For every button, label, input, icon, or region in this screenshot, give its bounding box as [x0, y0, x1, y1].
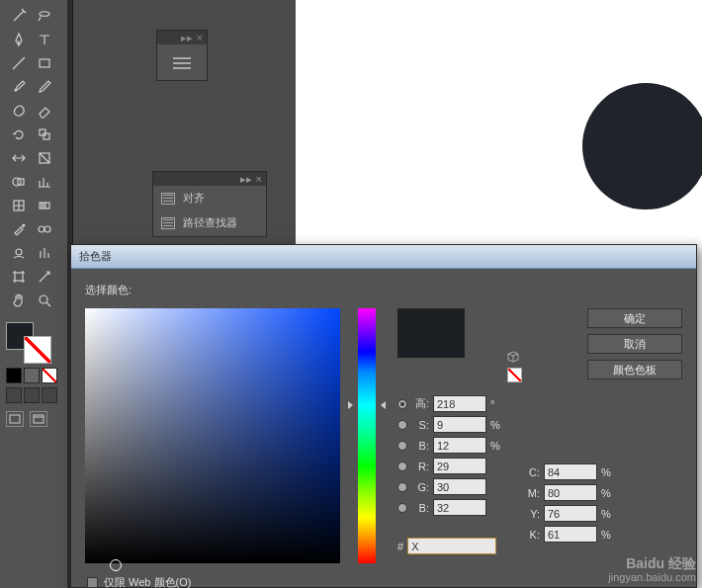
cube-icon[interactable]	[507, 351, 519, 363]
tool-pen[interactable]	[6, 28, 32, 51]
input-y[interactable]	[544, 505, 597, 522]
panel-label: 对齐	[183, 191, 205, 206]
color-picker-dialog: 拾色器 选择颜色: 确定 取消 颜色色板 高:° S:% B:% R: G: B…	[70, 244, 697, 588]
close-icon[interactable]: ×	[197, 32, 203, 43]
label-s: S:	[411, 419, 429, 431]
tool-scale[interactable]	[32, 123, 57, 146]
input-bv[interactable]	[433, 437, 486, 454]
pathfinder-icon	[161, 217, 175, 229]
tool-width[interactable]	[6, 146, 32, 170]
tool-rotate[interactable]	[6, 123, 32, 146]
color-solid[interactable]	[6, 368, 22, 383]
screen-mode-2[interactable]	[30, 411, 47, 427]
radio-r[interactable]	[397, 462, 407, 471]
panel-item-pathfinder[interactable]: 路径查找器	[153, 210, 266, 235]
tool-shape[interactable]	[6, 170, 32, 194]
stroke-swatch[interactable]	[24, 336, 51, 364]
ok-button[interactable]: 确定	[587, 308, 682, 328]
radio-g[interactable]	[397, 482, 407, 492]
tool-artboard[interactable]	[6, 265, 32, 289]
tool-mesh[interactable]	[6, 194, 32, 217]
svg-rect-2	[44, 133, 49, 139]
tool-pencil[interactable]	[32, 75, 57, 99]
draw-normal[interactable]	[6, 387, 22, 403]
saturation-value-field[interactable]	[85, 308, 340, 563]
tool-wand[interactable]	[6, 4, 32, 28]
draw-behind[interactable]	[24, 387, 40, 403]
color-mode-row	[6, 368, 61, 383]
swatches-button[interactable]: 颜色色板	[587, 360, 682, 379]
tool-blend[interactable]	[32, 217, 57, 241]
hsb-rgb-inputs: 高:° S:% B:% R: G: B:	[397, 395, 500, 520]
unit-h: °	[490, 398, 500, 410]
screen-mode[interactable]	[6, 411, 24, 427]
fill-stroke-swatch[interactable]	[6, 322, 59, 362]
cancel-button[interactable]: 取消	[587, 334, 682, 354]
input-m[interactable]	[544, 484, 597, 501]
svg-point-9	[44, 226, 50, 232]
tool-graph[interactable]	[32, 170, 57, 194]
dialog-titlebar[interactable]: 拾色器	[71, 245, 696, 269]
web-only-checkbox[interactable]	[87, 577, 98, 588]
tool-free[interactable]	[32, 146, 57, 170]
tool-line[interactable]	[6, 51, 32, 75]
color-gradient[interactable]	[24, 368, 40, 383]
tool-blob[interactable]	[6, 99, 32, 123]
tool-zoom[interactable]	[32, 289, 57, 312]
color-none[interactable]	[42, 368, 57, 383]
ellipse-shape[interactable]	[582, 83, 702, 210]
svg-rect-14	[34, 415, 44, 423]
unit-bv: %	[490, 440, 500, 452]
tool-gradient[interactable]	[32, 194, 57, 217]
label-bb: B:	[411, 502, 429, 514]
tool-hand[interactable]	[6, 289, 32, 312]
collapsed-panel[interactable]: ▸▸×	[156, 30, 208, 81]
align-panel: ▸▸× 对齐 路径查找器	[152, 171, 267, 237]
radio-s[interactable]	[397, 420, 407, 430]
tool-column[interactable]	[32, 241, 57, 265]
label-k: K:	[522, 529, 540, 541]
unit-y: %	[601, 508, 611, 520]
menu-icon[interactable]	[157, 44, 207, 82]
color-preview	[397, 308, 465, 358]
label-y: Y:	[522, 508, 540, 520]
input-g[interactable]	[433, 478, 486, 495]
hue-cursor[interactable]	[348, 401, 386, 409]
draw-inside[interactable]	[42, 387, 57, 403]
input-k[interactable]	[544, 526, 597, 543]
panel-header-2[interactable]: ▸▸×	[153, 172, 266, 186]
hue-slider[interactable]	[358, 308, 376, 563]
label-r: R:	[411, 461, 429, 472]
draw-mode-row	[6, 387, 61, 403]
select-color-label: 选择颜色:	[85, 283, 682, 297]
input-r[interactable]	[433, 458, 486, 474]
unit-m: %	[601, 487, 611, 499]
close-icon[interactable]: ×	[256, 173, 262, 185]
tool-lasso[interactable]	[32, 4, 57, 28]
sv-cursor[interactable]	[110, 559, 122, 571]
input-c[interactable]	[544, 463, 597, 480]
input-s[interactable]	[433, 416, 486, 433]
input-h[interactable]	[433, 395, 486, 412]
panel-item-align[interactable]: 对齐	[153, 186, 266, 210]
tool-slice[interactable]	[32, 265, 57, 289]
svg-point-12	[40, 295, 47, 303]
panel-header[interactable]: ▸▸×	[157, 31, 207, 44]
web-only-row[interactable]: 仅限 Web 颜色(O)	[87, 575, 191, 588]
radio-bb[interactable]	[397, 503, 407, 513]
out-of-gamut-swatch[interactable]	[507, 368, 522, 382]
svg-point-8	[39, 226, 44, 232]
collapse-icon[interactable]: ▸▸	[181, 32, 193, 44]
tool-symbol[interactable]	[6, 241, 32, 265]
tool-eyedrop[interactable]	[6, 217, 32, 241]
unit-c: %	[601, 466, 611, 478]
collapse-icon[interactable]: ▸▸	[240, 173, 252, 186]
tool-type[interactable]	[32, 28, 57, 51]
input-hex[interactable]	[407, 538, 496, 554]
tool-rect[interactable]	[32, 51, 57, 75]
tool-brush[interactable]	[6, 75, 32, 99]
radio-b[interactable]	[397, 441, 407, 451]
tool-eraser[interactable]	[32, 99, 57, 123]
input-bb[interactable]	[433, 499, 486, 516]
radio-h[interactable]	[397, 399, 407, 409]
